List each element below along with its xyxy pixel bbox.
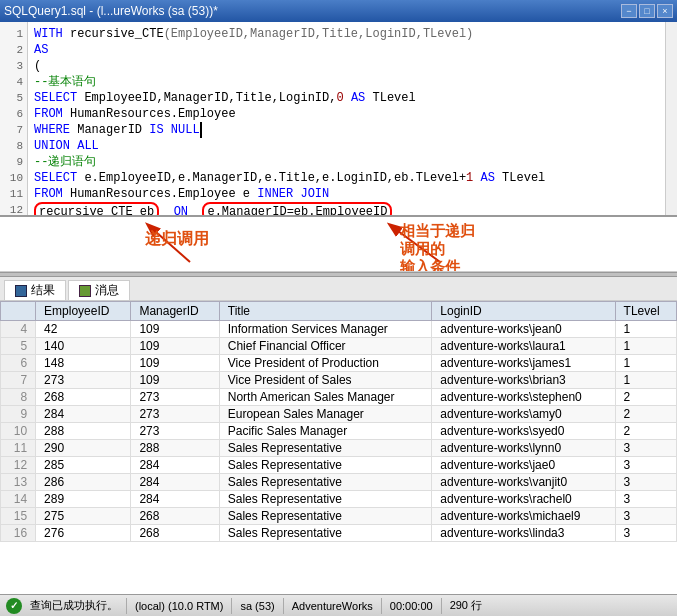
- cell-employeeid: 42: [36, 321, 131, 338]
- results-table: EmployeeID ManagerID Title LoginID TLeve…: [0, 301, 677, 542]
- cell-title: European Sales Manager: [219, 406, 432, 423]
- cell-managerid: 268: [131, 525, 219, 542]
- code-line-1: WITH recursive_CTE(EmployeeID,ManagerID,…: [34, 26, 659, 42]
- cell-loginid: adventure-works\syed0: [432, 423, 615, 440]
- code-line-11: FROM HumanResources.Employee e INNER JOI…: [34, 186, 659, 202]
- table-row: 15 275 268 Sales Representative adventur…: [1, 508, 677, 525]
- cell-loginid: adventure-works\brian3: [432, 372, 615, 389]
- row-num: 13: [1, 474, 36, 491]
- cell-managerid: 268: [131, 508, 219, 525]
- tab-messages[interactable]: 消息: [68, 280, 130, 300]
- title-bar: SQLQuery1.sql - (l...ureWorks (sa (53))*…: [0, 0, 677, 22]
- cell-employeeid: 288: [36, 423, 131, 440]
- annotation-condition: 相当于递归调用的输入条件: [400, 222, 475, 272]
- cell-managerid: 284: [131, 457, 219, 474]
- close-button[interactable]: ×: [657, 4, 673, 18]
- table-row: 10 288 273 Pacific Sales Manager adventu…: [1, 423, 677, 440]
- cell-managerid: 284: [131, 491, 219, 508]
- cell-tlevel: 3: [615, 525, 676, 542]
- cell-managerid: 284: [131, 474, 219, 491]
- code-line-6: FROM HumanResources.Employee: [34, 106, 659, 122]
- cell-title: Sales Representative: [219, 457, 432, 474]
- cell-employeeid: 276: [36, 525, 131, 542]
- cell-loginid: adventure-works\amy0: [432, 406, 615, 423]
- cell-managerid: 273: [131, 389, 219, 406]
- row-num: 14: [1, 491, 36, 508]
- maximize-button[interactable]: □: [639, 4, 655, 18]
- cell-employeeid: 286: [36, 474, 131, 491]
- row-num: 6: [1, 355, 36, 372]
- row-num: 7: [1, 372, 36, 389]
- results-tabs: 结果 消息: [0, 277, 677, 301]
- code-line-2: AS: [34, 42, 659, 58]
- cell-tlevel: 3: [615, 457, 676, 474]
- cell-tlevel: 3: [615, 474, 676, 491]
- col-header-title: Title: [219, 302, 432, 321]
- table-header-row: EmployeeID ManagerID Title LoginID TLeve…: [1, 302, 677, 321]
- cell-employeeid: 289: [36, 491, 131, 508]
- row-num: 9: [1, 406, 36, 423]
- row-num: 11: [1, 440, 36, 457]
- code-line-3: (: [34, 58, 659, 74]
- cell-employeeid: 268: [36, 389, 131, 406]
- status-sep-1: [126, 598, 127, 614]
- table-body: 4 42 109 Information Services Manager ad…: [1, 321, 677, 542]
- status-db: AdventureWorks: [292, 600, 373, 612]
- cell-managerid: 109: [131, 355, 219, 372]
- cell-employeeid: 284: [36, 406, 131, 423]
- status-sep-5: [441, 598, 442, 614]
- cell-title: Sales Representative: [219, 474, 432, 491]
- table-row: 9 284 273 European Sales Manager adventu…: [1, 406, 677, 423]
- tab-results-label: 结果: [31, 282, 55, 299]
- cell-managerid: 273: [131, 406, 219, 423]
- cell-loginid: adventure-works\james1: [432, 355, 615, 372]
- title-text: SQLQuery1.sql - (l...ureWorks (sa (53))*: [4, 4, 218, 18]
- cell-loginid: adventure-works\michael9: [432, 508, 615, 525]
- title-bar-text: SQLQuery1.sql - (l...ureWorks (sa (53))*: [4, 4, 218, 18]
- status-icon: ✓: [6, 598, 22, 614]
- tab-results[interactable]: 结果: [4, 280, 66, 300]
- cell-managerid: 109: [131, 372, 219, 389]
- row-num: 5: [1, 338, 36, 355]
- title-bar-buttons[interactable]: − □ ×: [621, 4, 673, 18]
- line-numbers: 1 2 3 4 5 6 7 8 9 10 11 12 13 14 15: [0, 22, 28, 215]
- status-bar: ✓ 查询已成功执行。 (local) (10.0 RTM) sa (53) Ad…: [0, 594, 677, 616]
- code-line-4: --基本语句: [34, 74, 659, 90]
- code-line-9: --递归语句: [34, 154, 659, 170]
- col-header-managerid: ManagerID: [131, 302, 219, 321]
- table-row: 12 285 284 Sales Representative adventur…: [1, 457, 677, 474]
- row-num: 16: [1, 525, 36, 542]
- table-row: 16 276 268 Sales Representative adventur…: [1, 525, 677, 542]
- row-num: 4: [1, 321, 36, 338]
- cell-tlevel: 2: [615, 423, 676, 440]
- row-num: 15: [1, 508, 36, 525]
- row-num: 12: [1, 457, 36, 474]
- annotation-recursive: 递归调用: [145, 229, 209, 250]
- cell-title: Information Services Manager: [219, 321, 432, 338]
- results-table-container[interactable]: EmployeeID ManagerID Title LoginID TLeve…: [0, 301, 677, 594]
- code-line-10: SELECT e.EmployeeID,e.ManagerID,e.Title,…: [34, 170, 659, 186]
- cell-title: North American Sales Manager: [219, 389, 432, 406]
- results-area: 结果 消息 EmployeeID ManagerID Title LoginID…: [0, 277, 677, 594]
- cell-tlevel: 1: [615, 372, 676, 389]
- cell-loginid: adventure-works\stephen0: [432, 389, 615, 406]
- code-line-7: WHERE ManagerID IS NULL: [34, 122, 659, 138]
- cell-loginid: adventure-works\rachel0: [432, 491, 615, 508]
- cell-managerid: 288: [131, 440, 219, 457]
- status-sep-3: [283, 598, 284, 614]
- table-row: 14 289 284 Sales Representative adventur…: [1, 491, 677, 508]
- status-user: sa (53): [240, 600, 274, 612]
- status-message: 查询已成功执行。: [30, 598, 118, 613]
- cell-loginid: adventure-works\lynn0: [432, 440, 615, 457]
- cell-title: Vice President of Sales: [219, 372, 432, 389]
- cell-tlevel: 3: [615, 440, 676, 457]
- code-area[interactable]: WITH recursive_CTE(EmployeeID,ManagerID,…: [28, 22, 665, 215]
- row-num: 8: [1, 389, 36, 406]
- cell-loginid: adventure-works\laura1: [432, 338, 615, 355]
- main-window: 1 2 3 4 5 6 7 8 9 10 11 12 13 14 15 WITH…: [0, 22, 677, 616]
- cell-title: Sales Representative: [219, 508, 432, 525]
- minimize-button[interactable]: −: [621, 4, 637, 18]
- col-header-employeeid: EmployeeID: [36, 302, 131, 321]
- editor-scrollbar[interactable]: [665, 22, 677, 215]
- messages-tab-icon: [79, 285, 91, 297]
